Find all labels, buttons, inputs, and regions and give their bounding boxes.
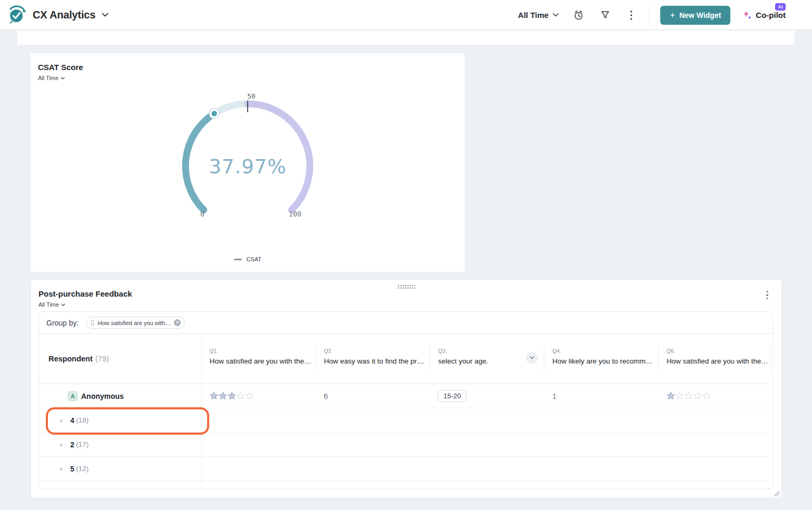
funnel-icon [601, 11, 610, 19]
group-by-bar: Group by: How satisfied are you with… ✕ [39, 312, 772, 334]
cell-q6-rating [658, 391, 772, 400]
app-logo-icon [7, 5, 27, 25]
kebab-menu-icon [630, 11, 632, 20]
feedback-time-filter-label: All Time [38, 301, 59, 308]
feedback-time-filter[interactable]: All Time [38, 301, 65, 308]
resize-handle[interactable] [772, 489, 780, 497]
group-count: (17) [76, 440, 89, 448]
partial-row [39, 481, 772, 489]
cell-q2-value: 6 [316, 392, 430, 400]
group-count: (12) [76, 465, 89, 473]
legend-label: CSAT [247, 256, 261, 262]
group-by-label: Group by: [46, 319, 79, 327]
respondent-header-label: Respondent [48, 355, 93, 363]
q2-number: Q2. [324, 348, 425, 354]
chip-close-icon[interactable]: ✕ [174, 319, 181, 326]
column-header-q1: Q1. How satisfied are you with the… [201, 334, 316, 384]
group-value: 2 [70, 440, 74, 449]
age-chip: 15-20 [438, 390, 466, 402]
group-row-2[interactable]: › 2 (17) [39, 433, 772, 457]
global-time-filter[interactable]: All Time [518, 11, 559, 19]
group-value: 5 [70, 465, 74, 473]
group-value: 4 [70, 416, 74, 425]
column-header-q3: Q3. select your age. [429, 334, 544, 384]
post-purchase-feedback-widget: Post-purchase Feedback All Time Group by… [31, 279, 782, 498]
star-empty-icon [676, 391, 684, 400]
q6-label: How satisfied are you with the… [667, 357, 767, 365]
star-rating [210, 391, 254, 400]
widget-drag-handle[interactable] [397, 285, 415, 289]
q4-value: 1 [552, 392, 556, 400]
cell-q3-value: 15-20 [429, 390, 544, 402]
expand-chevron-icon[interactable]: › [60, 417, 62, 424]
q6-number: Q6. [667, 348, 767, 354]
column-header-q2: Q2. How easy was it to find the pr… [316, 334, 430, 384]
widget-menu-button[interactable] [762, 289, 772, 301]
column-header-q4: Q4. How likely are you to recomm… [544, 334, 658, 384]
app-header: CX Analytics All Time [0, 0, 812, 30]
dashboard-page: CX Analytics All Time [0, 0, 812, 510]
q4-label: How likely are you to recomm… [552, 357, 653, 365]
svg-text:37.97%: 37.97% [209, 155, 286, 178]
drag-handle-icon [91, 320, 94, 326]
ai-badge: AI [775, 3, 786, 11]
respondent-count: (79) [95, 355, 109, 363]
group-by-chip-label: How satisfied are you with… [97, 320, 171, 326]
header-divider [649, 5, 650, 25]
q4-number: Q4. [552, 348, 653, 354]
copilot-button[interactable]: Co-pilot [742, 10, 786, 21]
feedback-table-container: Group by: How satisfied are you with… ✕ … [38, 311, 773, 489]
q3-number: Q3. [438, 348, 539, 354]
global-time-filter-label: All Time [518, 11, 549, 19]
csat-time-filter[interactable]: All Time [38, 75, 65, 81]
column-header-q6: Q6. How satisfied are you with the… [658, 334, 772, 384]
respondent-row-anonymous[interactable]: A Anonymous 6 15-20 1 [39, 384, 772, 408]
chevron-down-icon [61, 303, 65, 306]
more-options-button[interactable] [625, 9, 638, 22]
new-widget-label: New Widget [679, 11, 721, 19]
csat-score-widget: CSAT Score All Time 5037.97%0100 CSAT [31, 53, 465, 272]
star-empty-icon [684, 391, 693, 400]
respondent-cell: A Anonymous [39, 391, 201, 401]
q1-number: Q1. [210, 348, 310, 354]
csat-legend[interactable]: CSAT [31, 256, 465, 262]
svg-text:100: 100 [289, 210, 301, 218]
expand-chevron-icon[interactable]: › [60, 441, 62, 448]
star-filled-icon [219, 391, 227, 400]
group-by-chip[interactable]: How satisfied are you with… ✕ [86, 317, 185, 329]
svg-text:0: 0 [200, 210, 204, 218]
copilot-label: Co-pilot [756, 11, 786, 19]
new-widget-button[interactable]: + New Widget [660, 6, 730, 25]
group-count: (18) [76, 416, 89, 424]
filter-button[interactable] [599, 9, 611, 22]
expand-chevron-icon[interactable]: › [60, 465, 62, 472]
star-empty-icon [246, 391, 254, 400]
group-cell: › 2 (17) [39, 440, 201, 449]
cell-q1-rating [201, 391, 316, 400]
group-row-4[interactable]: › 4 (18) [39, 408, 772, 433]
respondent-name: Anonymous [81, 392, 124, 400]
group-row-5[interactable]: › 5 (12) [39, 457, 772, 481]
group-cell: › 4 (18) [39, 416, 201, 425]
csat-widget-title: CSAT Score [38, 63, 83, 72]
q3-label: select your age. [438, 357, 539, 365]
sparkles-icon [742, 10, 752, 21]
table-header-row: Respondent (79) Q1. How satisfied are yo… [39, 334, 772, 384]
plus-icon: + [670, 11, 675, 19]
chevron-down-icon [530, 356, 534, 359]
star-empty-icon [237, 391, 245, 400]
header-actions: All Time [518, 0, 786, 30]
q2-value: 6 [324, 392, 328, 400]
star-filled-icon [667, 391, 675, 400]
q1-label: How satisfied are you with the… [210, 357, 310, 365]
svg-text:50: 50 [247, 92, 256, 100]
chevron-down-icon [553, 13, 559, 17]
app-title: CX Analytics [33, 9, 95, 21]
alarm-clock-icon [573, 10, 584, 21]
star-rating [667, 391, 711, 400]
avatar: A [67, 391, 78, 401]
app-switcher-chevron-icon[interactable] [102, 13, 109, 17]
group-cell: › 5 (12) [39, 465, 201, 473]
star-empty-icon [693, 391, 702, 400]
alerts-button[interactable] [572, 9, 585, 22]
